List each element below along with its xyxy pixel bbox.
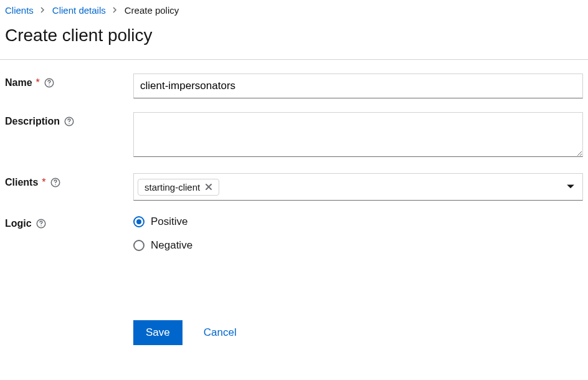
form-actions: Save Cancel [128, 320, 588, 345]
help-icon[interactable] [36, 218, 47, 229]
name-label: Name * [5, 74, 133, 88]
clients-chip-area: starting-client [138, 179, 219, 196]
description-textarea[interactable] [133, 112, 583, 157]
chevron-right-icon [112, 6, 118, 15]
svg-point-7 [40, 226, 42, 227]
breadcrumb: Clients Client details Create policy [0, 0, 588, 18]
clients-label: Clients * [5, 173, 133, 188]
cancel-button[interactable]: Cancel [201, 320, 239, 345]
svg-point-3 [69, 123, 70, 125]
logic-label-text: Logic [5, 218, 32, 229]
name-input[interactable] [133, 74, 583, 98]
caret-down-icon [566, 183, 575, 191]
description-label: Description [5, 112, 133, 127]
svg-point-5 [55, 184, 56, 186]
save-button[interactable]: Save [133, 320, 183, 345]
page-title: Create client policy [0, 18, 588, 59]
form-row-description: Description [0, 98, 588, 159]
help-icon[interactable] [44, 77, 55, 88]
help-icon[interactable] [50, 177, 61, 188]
clients-select[interactable]: starting-client [133, 173, 583, 201]
close-icon[interactable] [205, 183, 212, 191]
breadcrumb-current: Create policy [125, 5, 179, 16]
required-marker: * [42, 177, 45, 188]
required-marker: * [36, 77, 40, 88]
radio-icon [133, 240, 145, 251]
client-chip: starting-client [138, 179, 219, 196]
name-label-text: Name [5, 77, 32, 88]
form-row-clients: Clients * starting-client [0, 159, 588, 201]
client-chip-label: starting-client [145, 182, 200, 192]
logic-radio-positive[interactable]: Positive [133, 216, 583, 228]
breadcrumb-client-details-link[interactable]: Client details [52, 5, 106, 16]
logic-radio-negative-label: Negative [151, 239, 192, 252]
logic-label: Logic [5, 214, 133, 229]
chevron-right-icon [40, 6, 46, 15]
svg-point-1 [49, 85, 50, 86]
description-label-text: Description [5, 116, 60, 127]
clients-label-text: Clients [5, 177, 38, 188]
radio-icon [133, 216, 145, 227]
logic-radio-group: Positive Negative [133, 214, 583, 252]
form-row-logic: Logic Positive Negative [0, 201, 588, 252]
breadcrumb-clients-link[interactable]: Clients [5, 5, 34, 16]
logic-radio-negative[interactable]: Negative [133, 239, 583, 252]
help-icon[interactable] [64, 116, 75, 127]
form-row-name: Name * [0, 60, 588, 98]
logic-radio-positive-label: Positive [151, 216, 188, 228]
